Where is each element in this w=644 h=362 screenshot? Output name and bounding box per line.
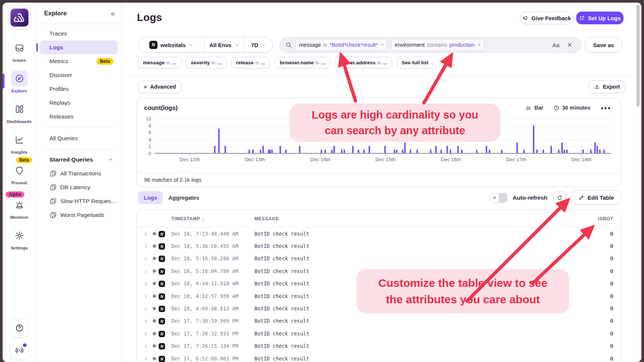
tab-aggregates[interactable]: Aggregates (168, 191, 199, 204)
starred-queries-title: Starred Queries (49, 156, 93, 163)
expand-row-icon[interactable] (143, 294, 148, 298)
filter-chip-severity[interactable]: severityis... (186, 57, 226, 68)
chevron-right-icon (143, 344, 148, 349)
nextjs-source-icon: N (159, 355, 165, 362)
save-as-button[interactable]: Save as (585, 37, 622, 53)
refresh-icon (557, 195, 563, 201)
column-header-isbot[interactable]: ISBOT (598, 210, 613, 227)
table-row[interactable]: NDec 17, 6:51:00.061 PMBotID check resul… (137, 352, 621, 362)
chart-bar (516, 142, 518, 153)
expand-row-icon[interactable] (143, 331, 148, 336)
clear-search-icon[interactable]: ✕ (567, 42, 572, 49)
filter-chip-release[interactable]: releaseis... (231, 57, 270, 68)
x-tick-mark (255, 154, 255, 156)
starred-query-item[interactable]: Worst Pageloads (40, 208, 118, 222)
megaphone-icon (522, 15, 528, 21)
starred-queries-header[interactable]: Starred Queries (40, 153, 118, 166)
table-row[interactable]: NDec 17, 7:26:32.933 PMBotID check resul… (137, 327, 621, 340)
log-isbot-value: 0 (610, 243, 613, 249)
expand-row-icon[interactable] (143, 231, 148, 236)
sidebar-item-releases[interactable]: Releases (40, 110, 118, 123)
expand-row-icon[interactable] (143, 244, 148, 249)
see-full-list-button[interactable]: See full list (397, 57, 433, 68)
search-token-environment[interactable]: environmentcontainsproduction× (391, 39, 484, 50)
export-button[interactable]: Export (589, 80, 625, 93)
x-tick-label: Dec 18th (571, 157, 592, 162)
environment-selector[interactable]: All Envs (205, 37, 244, 52)
starred-query-item[interactable]: Slow HTTP Reques… (40, 194, 118, 208)
table-row[interactable]: NDec 17, 7:26:15.334 PMBotID check resul… (137, 340, 621, 352)
filter-chip-message[interactable]: messageis... (138, 57, 181, 68)
nextjs-source-icon: N (159, 230, 165, 237)
search-token-message[interactable]: messageis*BotId*check*result*× (295, 39, 387, 50)
filter-chip-browser.name[interactable]: browser.nameis... (275, 57, 330, 68)
filter-chip-server.address[interactable]: server.addressis... (335, 57, 392, 68)
sidebar-item-discover[interactable]: Discover (40, 68, 118, 82)
gridline (155, 147, 611, 147)
edit-table-button[interactable]: Edit Table (571, 190, 621, 205)
give-feedback-button[interactable]: Give Feedback (520, 12, 573, 24)
divider (44, 127, 114, 128)
expand-row-icon[interactable] (143, 281, 148, 286)
sidebar-item-traces[interactable]: Traces (40, 27, 118, 40)
expand-row-icon[interactable] (143, 356, 148, 361)
column-header-message[interactable]: MESSAGE (254, 210, 279, 227)
column-header-timestamp[interactable]: TIMESTAMP ↓ (171, 210, 205, 227)
sidebar-item-all-queries[interactable]: All Queries (40, 131, 118, 145)
whats-new-button[interactable] (10, 341, 29, 360)
table-row[interactable]: NDec 18, 5:36:20.455 AMBotID check resul… (137, 240, 621, 252)
y-tick-label: 4 (139, 137, 151, 142)
rail-item-monitors[interactable]: AlphaMonitors (10, 197, 28, 220)
date-range-selector[interactable]: 7D (244, 37, 273, 52)
chart-type-selector[interactable]: Bar (526, 105, 543, 111)
rail-item-dashboards[interactable]: Dashboards (7, 101, 31, 124)
rail-item-issues[interactable]: Issues (11, 40, 28, 62)
siren-icon (15, 200, 24, 210)
sentry-logo-button[interactable] (8, 6, 31, 29)
pencil-icon (579, 194, 585, 200)
sidebar-item-replays[interactable]: Replays (40, 96, 118, 110)
chart-bar (558, 150, 559, 153)
chart-bar (331, 150, 333, 153)
beta-badge: Beta (16, 157, 32, 163)
sidebar-item-metrics[interactable]: MetricsBeta (40, 54, 118, 68)
sidebar-header: Explore « (36, 3, 122, 24)
sidebar-item-profiles[interactable]: Profiles (40, 82, 118, 96)
log-timestamp: Dec 18, 5:36:20.455 AM (171, 243, 238, 249)
compass-icon (11, 70, 28, 87)
log-timestamp: Dec 17, 6:51:00.061 PM (171, 356, 238, 362)
rail-item-insights[interactable]: Insights (11, 132, 27, 154)
expand-row-icon[interactable] (143, 319, 148, 323)
rail-item-settings[interactable]: Settings (11, 227, 28, 250)
help-button[interactable] (10, 319, 29, 337)
collapse-sidebar-icon[interactable]: « (111, 10, 115, 17)
table-row[interactable]: NDec 18, 5:16:58.286 AMBotID check resul… (137, 252, 621, 265)
case-sensitive-toggle[interactable]: Aa (552, 42, 559, 48)
table-row[interactable]: NDec 18, 7:23:48.448 AMBotID check resul… (137, 227, 621, 240)
refresh-button[interactable] (553, 191, 566, 204)
expand-row-icon[interactable] (143, 256, 148, 261)
search-input[interactable]: messageis*BotId*check*result*×environmen… (280, 37, 582, 53)
expand-row-icon[interactable] (143, 344, 148, 349)
chart-more-menu[interactable]: ●●● (601, 105, 611, 111)
expand-row-icon[interactable] (143, 269, 148, 273)
auto-refresh-toggle[interactable]: ✕ (490, 193, 507, 203)
scrollbar-thumb[interactable] (637, 5, 640, 107)
shield-icon (15, 166, 24, 175)
saved-query-icon (49, 184, 57, 191)
advanced-button[interactable]: » Advanced (138, 80, 181, 93)
chevron-right-icon (143, 244, 148, 249)
sidebar-item-logs[interactable]: Logs (40, 40, 118, 54)
chart-bar (416, 150, 418, 153)
rail-item-explore[interactable]: Explore (11, 70, 28, 93)
interval-selector[interactable]: 30 minutes (553, 105, 590, 111)
tab-logs[interactable]: Logs (138, 191, 163, 204)
expand-row-icon[interactable] (143, 306, 148, 311)
project-selector[interactable]: N webvitals (138, 37, 205, 52)
starred-query-item[interactable]: All Transactions (40, 166, 118, 180)
table-row[interactable]: NDec 17, 7:30:59.569 PMBotID check resul… (137, 315, 621, 327)
x-tick-label: Dec 16th (441, 157, 461, 162)
starred-query-item[interactable]: DB Latency (40, 180, 118, 194)
set-up-logs-button[interactable]: Set Up Logs (576, 12, 623, 24)
rail-item-prevent[interactable]: BetaPrevent (11, 162, 28, 185)
